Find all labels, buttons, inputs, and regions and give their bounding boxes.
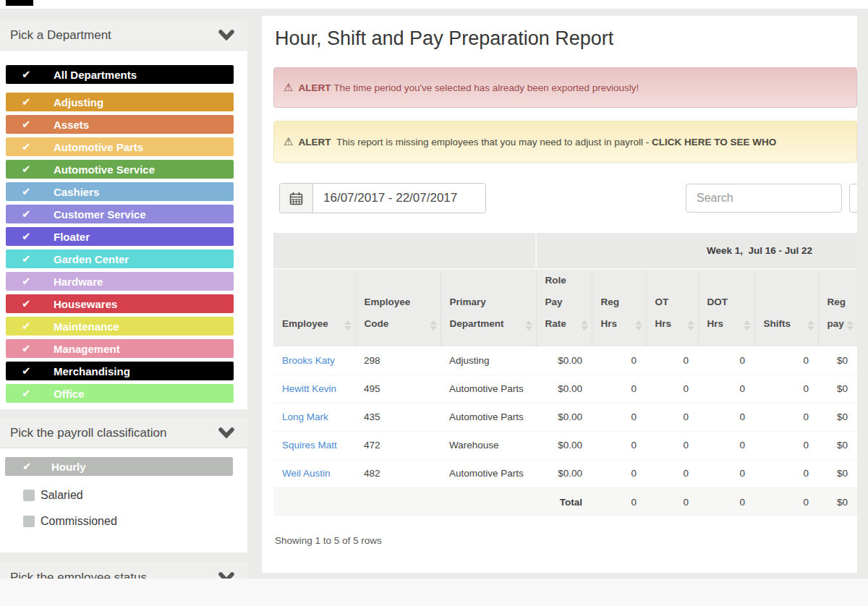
- department-filter-item[interactable]: ✔ Automotive Parts: [6, 137, 234, 156]
- total-ot-hrs: 0: [646, 487, 698, 516]
- column-header-dot-hrs[interactable]: DOT Hrs: [698, 269, 754, 346]
- warning-triangle-icon: ⚠: [284, 135, 293, 148]
- column-header-shifts[interactable]: Shifts: [754, 269, 818, 346]
- table-body: Brooks Katy 298 Adjusting $0.00 0 0 0 0 …: [273, 346, 857, 487]
- checkbox-icon: [23, 490, 35, 501]
- department-filter-item[interactable]: ✔ Floater: [6, 227, 234, 246]
- department-filter-item[interactable]: ✔ All Departments: [6, 65, 234, 84]
- column-header-reg-pay[interactable]: Reg pay: [818, 269, 857, 346]
- department-filter-item[interactable]: ✔ Office: [6, 384, 234, 403]
- column-header-role-pay-rate[interactable]: Role Pay Rate: [536, 269, 592, 346]
- role-pay-rate-cell: $0.00: [536, 459, 592, 487]
- table-row: Weil Austin 482 Automotive Parts $0.00 0…: [273, 459, 857, 487]
- check-icon: ✔: [22, 68, 35, 81]
- total-row: Total 0 0 0 0 $0: [273, 487, 857, 516]
- chevron-down-icon[interactable]: [218, 30, 234, 40]
- shifts-cell: 0: [754, 375, 818, 403]
- sort-icon: [581, 320, 588, 330]
- sort-icon: [687, 320, 694, 330]
- dot-hrs-cell: 0: [698, 431, 754, 459]
- employee-link[interactable]: Squires Matt: [282, 440, 337, 451]
- chevron-down-icon[interactable]: [218, 427, 234, 438]
- role-pay-rate-cell: $0.00: [536, 403, 592, 431]
- employee-code-cell: 298: [355, 346, 441, 375]
- partial-button[interactable]: [849, 184, 857, 213]
- department-panel-header[interactable]: Pick a Department: [0, 20, 247, 51]
- department-filter-item[interactable]: ✔ Cashiers: [6, 182, 234, 201]
- employee-status-panel: Pick the employee status: [0, 563, 247, 579]
- chevron-down-icon[interactable]: [218, 572, 234, 579]
- department-filter-item[interactable]: ✔ Maintenance: [6, 317, 234, 336]
- department-label: Adjusting: [54, 96, 103, 108]
- week-header: Week 1, Jul 16 - Jul 22: [536, 233, 857, 269]
- sort-icon: [525, 320, 532, 330]
- reg-pay-cell: $0: [818, 346, 857, 375]
- check-icon: ✔: [22, 140, 35, 153]
- reg-pay-cell: $0: [818, 375, 857, 403]
- column-header-employee[interactable]: Employee: [273, 269, 355, 346]
- check-icon: ✔: [22, 460, 35, 473]
- total-reg-hrs: 0: [592, 487, 646, 516]
- column-header-primary-department[interactable]: Primary Department: [441, 269, 536, 346]
- reg-hrs-cell: 0: [592, 431, 646, 459]
- role-pay-rate-cell: $0.00: [536, 346, 592, 375]
- payroll-panel-header[interactable]: Pick the payroll classification: [0, 418, 247, 448]
- check-icon: ✔: [22, 342, 35, 355]
- department-filter-item[interactable]: ✔ Housewares: [6, 294, 234, 313]
- sort-icon: [344, 320, 352, 330]
- department-filter-item[interactable]: ✔ Adjusting: [6, 93, 234, 111]
- employee-link[interactable]: Hewitt Kevin: [282, 383, 336, 394]
- shifts-cell: 0: [754, 403, 818, 431]
- table-row: Squires Matt 472 Warehouse $0.00 0 0 0 0…: [273, 431, 857, 459]
- department-filter-item[interactable]: ✔ Hardware: [6, 272, 234, 291]
- shifts-cell: 0: [754, 431, 818, 459]
- see-who-link[interactable]: CLICK HERE TO SEE WHO: [652, 137, 776, 148]
- sort-icon: [635, 320, 642, 330]
- dot-hrs-cell: 0: [698, 459, 754, 487]
- department-label: Cashiers: [54, 186, 99, 198]
- report-panel: Hour, Shift and Pay Preparation Report ⚠…: [262, 16, 857, 573]
- sort-icon: [846, 320, 854, 330]
- role-pay-rate-cell: $0.00: [536, 375, 592, 403]
- check-icon: ✔: [22, 297, 35, 310]
- department-label: Housewares: [54, 298, 117, 310]
- search-input[interactable]: [686, 184, 842, 213]
- department-filter-item[interactable]: ✔ Automotive Service: [6, 160, 234, 179]
- department-label: Garden Center: [54, 253, 129, 265]
- employee-link[interactable]: Long Mark: [282, 411, 328, 422]
- payroll-option-salaried[interactable]: Salaried: [23, 489, 247, 502]
- payroll-option-hourly[interactable]: ✔ Hourly: [5, 457, 233, 476]
- top-left-dash: [6, 0, 33, 6]
- department-label: Automotive Service: [54, 163, 155, 176]
- total-dot-hrs: 0: [698, 487, 754, 516]
- warning-triangle-icon: ⚠: [284, 81, 293, 94]
- check-icon: ✔: [22, 364, 35, 377]
- department-filter-item[interactable]: ✔ Customer Service: [6, 205, 234, 223]
- employee-link[interactable]: Weil Austin: [282, 468, 331, 479]
- date-range-input[interactable]: [313, 184, 485, 213]
- employee-code-cell: 495: [355, 375, 441, 403]
- alert-message: This report is missing employees that yo…: [336, 137, 649, 148]
- table-row: Hewitt Kevin 495 Automotive Parts $0.00 …: [273, 375, 857, 403]
- table-row: Brooks Katy 298 Adjusting $0.00 0 0 0 0 …: [273, 346, 857, 375]
- check-icon: ✔: [22, 118, 35, 131]
- department-filter-item[interactable]: ✔ Assets: [6, 115, 234, 134]
- department-filter-item[interactable]: ✔ Garden Center: [6, 249, 234, 268]
- department-filter-item[interactable]: ✔ Management: [6, 339, 234, 358]
- department-filter-item[interactable]: ✔ Merchandising: [6, 362, 234, 380]
- column-header-ot-hrs[interactable]: OT Hrs: [646, 269, 698, 346]
- total-shifts: 0: [754, 487, 818, 516]
- column-header-reg-hrs[interactable]: Reg Hrs: [592, 269, 646, 346]
- department-label: Customer Service: [54, 208, 146, 221]
- employee-link[interactable]: Brooks Katy: [282, 355, 335, 366]
- primary-department-cell: Automotive Parts: [441, 459, 536, 487]
- column-header-employee-code[interactable]: Employee Code: [355, 269, 441, 346]
- calendar-icon[interactable]: [280, 184, 313, 213]
- payroll-option-commissioned[interactable]: Commissioned: [23, 515, 247, 528]
- status-panel-header[interactable]: Pick the employee status: [0, 563, 247, 579]
- department-label: Office: [54, 388, 85, 400]
- reg-pay-cell: $0: [818, 403, 857, 431]
- checkbox-icon: [23, 516, 35, 527]
- alert-label: ALERT: [298, 137, 331, 148]
- employee-code-cell: 472: [355, 431, 441, 459]
